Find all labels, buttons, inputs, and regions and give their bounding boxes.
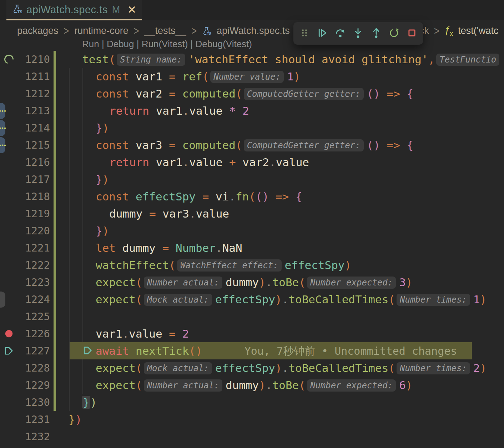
code-line-content[interactable]: test(String name:'watchEffect should avo… <box>56 51 503 68</box>
gutter-fold-column[interactable] <box>0 239 18 257</box>
code-line-content[interactable]: const effectSpy = vi.fn(() => { <box>56 188 302 205</box>
gutter[interactable]: 1232 <box>0 428 56 445</box>
code-line-content[interactable]: expect(Number actual:dummy).toBe(Number … <box>56 377 412 394</box>
tab-close-icon[interactable]: ✕ <box>127 4 136 15</box>
inlay-hint[interactable]: Number actual: <box>144 379 222 392</box>
gutter[interactable]: 1230 <box>0 394 56 411</box>
code-line-content[interactable]: expect(Mock actual:effectSpy).toBeCalled… <box>56 291 487 308</box>
stop-button[interactable] <box>404 25 420 42</box>
breakpoint-icon[interactable] <box>0 325 18 342</box>
inlay-hint[interactable]: Number expected: <box>307 277 396 289</box>
gutter-fold-column[interactable] <box>0 377 18 394</box>
gutter[interactable]: 1228 <box>0 359 56 377</box>
code-line-content[interactable]: var1.value = 2 <box>56 325 189 342</box>
breadcrumb-item-apiwatch-spec-ts[interactable]: apiWatch.spec.ts <box>217 25 290 36</box>
line-number[interactable]: 1225 <box>18 308 50 325</box>
code-line-content[interactable] <box>56 308 69 325</box>
line-number[interactable]: 1220 <box>18 222 50 239</box>
gutter-fold-column[interactable] <box>0 394 18 411</box>
code-line-content[interactable]: const var2 = computed(ComputedGetter get… <box>56 85 413 102</box>
gutter[interactable]: 1218 <box>0 188 56 205</box>
gutter[interactable]: 1216 <box>0 154 56 171</box>
line-number[interactable]: 1232 <box>18 428 50 445</box>
gutter[interactable]: 1211 <box>0 68 56 85</box>
gutter[interactable]: 1215 <box>0 136 56 154</box>
gutter-fold-column[interactable] <box>0 205 18 222</box>
line-number[interactable]: 1216 <box>18 154 50 171</box>
code-line-content[interactable]: dummy = var3.value <box>56 205 229 222</box>
gutter-fold-column[interactable] <box>0 411 18 428</box>
gutter-fold-column[interactable] <box>0 359 18 377</box>
line-number[interactable]: 1228 <box>18 359 50 377</box>
line-number[interactable]: 1226 <box>18 325 50 342</box>
line-number[interactable]: 1224 <box>18 291 50 308</box>
test-progress-arc-icon[interactable] <box>0 51 18 68</box>
step-out-button[interactable] <box>368 25 384 42</box>
line-number[interactable]: 1221 <box>18 239 50 257</box>
line-number[interactable]: 1218 <box>18 188 50 205</box>
gutter-fold-column[interactable] <box>0 171 18 188</box>
code-line-content[interactable] <box>56 428 69 445</box>
code-line-content[interactable]: const var3 = computed(ComputedGetter get… <box>56 136 413 154</box>
inlay-hint[interactable]: Number value: <box>210 71 284 83</box>
gutter[interactable]: 1223 <box>0 274 56 291</box>
breadcrumb-item-runtime-core[interactable]: runtime-core <box>74 25 128 36</box>
gutter[interactable]: 1210 <box>0 51 56 68</box>
inlay-hint[interactable]: Mock actual: <box>144 362 212 374</box>
inlay-hint[interactable]: ComputedGetter getter: <box>244 139 364 151</box>
inlay-hint[interactable]: WatchEffect effect: <box>177 259 282 272</box>
gutter[interactable]: 1221 <box>0 239 56 257</box>
gutter-fold-column[interactable] <box>0 68 18 85</box>
line-number[interactable]: 1222 <box>18 257 50 274</box>
gutter-fold-column[interactable] <box>0 274 18 291</box>
gutter-fold-column[interactable] <box>0 85 18 102</box>
line-number[interactable]: 1219 <box>18 205 50 222</box>
code-line-content[interactable]: }) <box>56 411 82 428</box>
gutter[interactable]: 1219 <box>0 205 56 222</box>
gutter-fold-column[interactable] <box>0 154 18 171</box>
gutter[interactable]: 1220 <box>0 222 56 239</box>
line-number[interactable]: 1212 <box>18 85 50 102</box>
line-number[interactable]: 1231 <box>18 411 50 428</box>
drag-handle-button[interactable] <box>296 25 313 42</box>
breadcrumb-item-packages[interactable]: packages <box>17 25 59 36</box>
code-line-content[interactable]: let dummy = Number.NaN <box>56 239 242 257</box>
debug-pointer-icon[interactable] <box>0 342 18 359</box>
gutter[interactable]: 1222 <box>0 257 56 274</box>
gutter[interactable]: 1213 <box>0 102 56 119</box>
gutter-fold-column[interactable] <box>0 222 18 239</box>
line-number[interactable]: 1211 <box>18 68 50 85</box>
inlay-hint[interactable]: Mock actual: <box>144 294 212 306</box>
line-number[interactable]: 1210 <box>18 51 50 68</box>
code-line-content[interactable]: }) <box>56 394 97 411</box>
code-line-content[interactable]: }) <box>56 222 109 239</box>
inlay-hint[interactable]: Number times: <box>397 294 470 306</box>
line-number[interactable]: 1223 <box>18 274 50 291</box>
gutter[interactable]: 1214 <box>0 119 56 136</box>
codelens-run-debug[interactable]: Run | Debug | Run(Vitest) | Debug(Vitest… <box>82 39 252 50</box>
continue-button[interactable] <box>314 25 331 42</box>
line-number[interactable]: 1213 <box>18 102 50 119</box>
inlay-hint[interactable]: TestFunctio <box>436 54 499 66</box>
gutter[interactable]: 1224 <box>0 291 56 308</box>
code-line-content[interactable]: }) <box>56 171 109 188</box>
line-number[interactable]: 1229 <box>18 377 50 394</box>
line-number[interactable]: 1217 <box>18 171 50 188</box>
inlay-hint[interactable]: String name: <box>117 54 185 66</box>
gutter[interactable]: 1212 <box>0 85 56 102</box>
breadcrumb-item--tests-[interactable]: __tests__ <box>144 25 186 36</box>
code-line-content[interactable]: await nextTick()You, 7秒钟前 • Uncommitted … <box>56 342 457 359</box>
code-line-content[interactable]: expect(Number actual:dummy).toBe(Number … <box>56 274 412 291</box>
code-line-content[interactable]: return var1.value * 2 <box>56 102 249 119</box>
gutter-fold-column[interactable] <box>0 257 18 274</box>
code-line-content[interactable]: watchEffect(WatchEffect effect:effectSpy… <box>56 257 351 274</box>
gutter[interactable]: 1217 <box>0 171 56 188</box>
gutter[interactable]: 1231 <box>0 411 56 428</box>
gutter[interactable]: 1229 <box>0 377 56 394</box>
code-line-content[interactable]: const var1 = ref(Number value:1) <box>56 68 301 85</box>
gutter-fold-column[interactable] <box>0 188 18 205</box>
code-line-content[interactable]: }) <box>56 119 109 136</box>
inlay-hint[interactable]: Number times: <box>397 362 470 374</box>
breadcrumb-item-test[interactable]: test('watc <box>458 25 498 36</box>
restart-button[interactable] <box>386 25 402 42</box>
